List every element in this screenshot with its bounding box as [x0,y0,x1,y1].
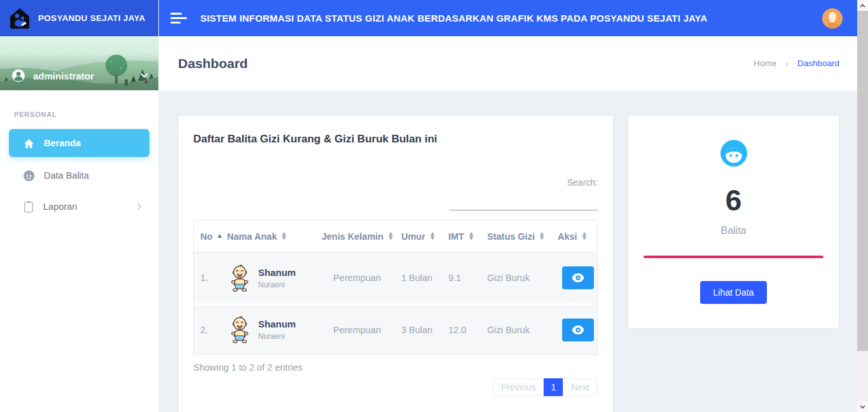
pagination: Previous 1 Next [193,378,598,396]
balita-count: 6 [726,183,742,217]
cell-aksi [551,266,600,289]
scroll-up-arrow-icon [860,4,865,8]
column-header-nama-anak[interactable]: Nama Anak ▲▼ [221,231,313,242]
table-info: Showing 1 to 2 of 2 entries [193,362,598,373]
user-dropdown[interactable]: administrator [11,69,148,83]
page-content: Daftar Balita Gizi Kurang & Gizi Buruk B… [159,90,857,412]
table-row: 2. [194,303,597,354]
page-header: Dashboard Home › Dashboard [159,36,857,90]
column-header-aksi[interactable]: Aksi ▲▼ [551,231,600,242]
pagination-previous[interactable]: Previous [493,378,544,396]
column-header-status-gizi[interactable]: Status Gizi ▲▼ [481,231,551,242]
balita-table: No ▲ Nama Anak ▲▼ Jenis Kelamin ▲▼ Umu [193,220,598,355]
vertical-scrollbar [857,0,868,412]
eye-icon [572,273,584,282]
chevron-right-icon [137,203,142,210]
profile-avatar[interactable] [822,8,843,29]
column-header-jenis-kelamin[interactable]: Jenis Kelamin ▲▼ [313,231,395,242]
cell-nama-anak: Shanum Nuraeni [221,264,313,292]
balita-count-label: Balita [720,225,746,237]
topbar: SISTEM INFORMASI DATA STATUS GIZI ANAK B… [159,0,857,36]
child-name: Shanum [258,319,296,329]
sidebar-item-beranda[interactable]: Beranda [9,129,149,157]
table-header-row: No ▲ Nama Anak ▲▼ Jenis Kelamin ▲▼ Umu [194,221,597,252]
cell-imt: 12.0 [442,325,481,335]
sort-icon: ▲▼ [389,232,392,240]
pagination-next[interactable]: Next [563,378,598,396]
child-face-icon [719,139,748,168]
breadcrumb-current: Dashboard [797,58,839,68]
cell-status-gizi: Gizi Buruk [481,273,551,283]
clipboard-icon [23,200,34,213]
breadcrumb-home[interactable]: Home [754,58,776,68]
app-window: POSYANDU SEJATI JAYA [0,0,857,412]
sidebar-item-label: Laporan [43,202,77,212]
sort-icon: ▲▼ [469,232,473,240]
sidebar-item-label: Data Balita [44,170,89,181]
baby-avatar-icon [228,316,251,343]
home-icon [23,138,35,149]
sidebar-menu: PERSONAL Beranda Data Balita [0,90,158,219]
breadcrumb: Home › Dashboard [754,58,839,69]
sidebar-item-laporan[interactable]: Laporan [0,194,158,219]
brand-link[interactable]: POSYANDU SEJATI JAYA [0,0,158,36]
sidebar: POSYANDU SEJATI JAYA [0,0,159,412]
page-title: Dashboard [178,56,248,71]
baby-avatar-icon [228,264,251,292]
chevron-down-icon [141,73,148,78]
sidebar-toggle-icon[interactable] [170,13,187,24]
user-circle-icon [11,69,25,83]
table-search: Search: [193,177,598,210]
baby-face-icon [23,170,35,182]
column-header-no[interactable]: No ▲ [194,231,221,242]
mother-name: Nuraeni [258,280,296,289]
cell-no: 2. [194,325,221,335]
cell-aksi [551,319,600,341]
pink-divider [644,256,823,258]
sort-icon: ▲▼ [540,232,544,240]
cell-nama-anak: Shanum Nuraeni [221,316,313,343]
scroll-up-button[interactable] [857,0,868,11]
table-row: 1. [194,252,597,303]
search-input[interactable] [449,198,598,210]
sort-icon: ▲▼ [582,232,586,240]
cell-umur: 1 Bulan [395,273,442,283]
column-header-umur[interactable]: Umur ▲▼ [395,231,442,242]
cell-jenis-kelamin: Perempuan [313,325,395,335]
scrollbar-thumb[interactable] [857,11,868,351]
brand-text: POSYANDU SEJATI JAYA [38,13,146,23]
sidebar-user-panel: administrator [0,36,158,90]
breadcrumb-separator-icon: › [785,58,789,69]
view-detail-button[interactable] [562,266,594,289]
cell-jenis-kelamin: Perempuan [313,273,395,283]
sidebar-item-label: Beranda [44,138,81,148]
search-label: Search: [567,177,598,188]
cell-status-gizi: Gizi Buruk [481,325,551,335]
cell-imt: 9.1 [442,273,481,283]
pagination-page-1[interactable]: 1 [544,378,563,396]
child-name: Shanum [258,267,296,278]
posyandu-logo-icon [6,6,33,31]
view-detail-button[interactable] [562,319,594,341]
balita-summary-card: 6 Balita Lihat Data [628,115,839,329]
card-title: Daftar Balita Gizi Kurang & Gizi Buruk B… [193,133,598,146]
app-title: SISTEM INFORMASI DATA STATUS GIZI ANAK B… [200,13,707,24]
main-area: SISTEM INFORMASI DATA STATUS GIZI ANAK B… [159,0,857,412]
mother-name: Nuraeni [258,332,296,341]
menu-section-label: PERSONAL [14,111,158,118]
sort-icon: ▲▼ [282,232,286,240]
scroll-down-button[interactable] [857,401,868,412]
sort-icon: ▲▼ [431,232,434,240]
username: administrator [33,71,133,81]
cell-umur: 3 Bulan [395,325,442,335]
cell-no: 1. [194,273,221,283]
balita-table-card: Daftar Balita Gizi Kurang & Gizi Buruk B… [178,115,614,412]
sidebar-item-data-balita[interactable]: Data Balita [0,163,158,188]
scroll-down-arrow-icon [860,405,865,409]
column-header-imt[interactable]: IMT ▲▼ [442,231,481,242]
eye-icon [572,326,584,334]
lihat-data-button[interactable]: Lihat Data [700,281,768,304]
